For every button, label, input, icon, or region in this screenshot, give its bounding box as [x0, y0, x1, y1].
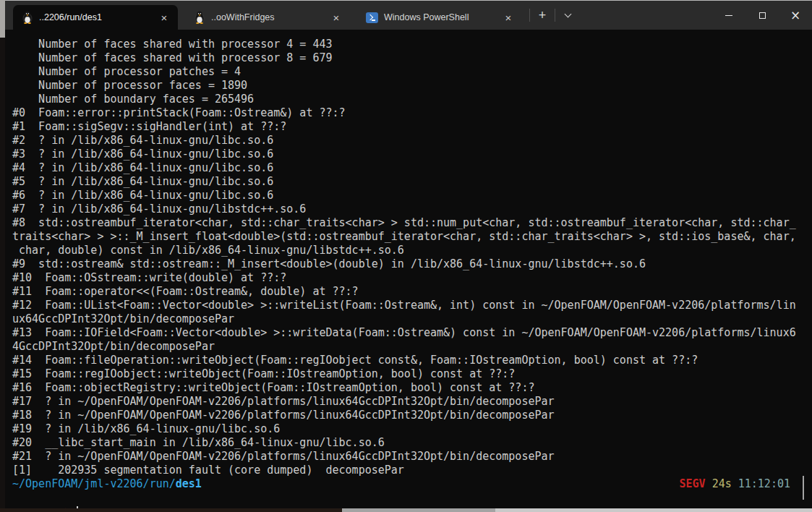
- terminal-output-line: #8 std::ostreambuf_iterator<char, std::c…: [12, 216, 812, 230]
- terminal-output-line: #16 Foam::objectRegistry::writeObject(Fo…: [12, 381, 812, 395]
- tab-title: ..ooWithFridges: [211, 12, 322, 22]
- tab-close-button[interactable]: ×: [156, 9, 172, 25]
- tab-windows-powershell[interactable]: Windows PowerShell ×: [357, 5, 522, 30]
- terminal-output-line: #9 std::ostream& std::ostream::_M_insert…: [12, 257, 812, 271]
- close-button[interactable]: ×: [779, 1, 812, 30]
- terminal-output-line: #7 ? in /lib/x86_64-linux-gnu/libstdc++.…: [12, 202, 812, 216]
- tab-title: Windows PowerShell: [384, 12, 495, 22]
- linux-tux-icon: [22, 11, 33, 24]
- terminal-output: Number of faces shared with processor 4 …: [12, 38, 812, 477]
- window-controls: ×: [712, 1, 812, 30]
- terminal-output-line: Number of processor faces = 1890: [12, 79, 812, 93]
- tab-strip: ..2206/run/des1 × ..ooWithFridges: [5, 1, 580, 30]
- terminal-output-line: #12 Foam::UList<Foam::Vector<double> >::…: [12, 299, 812, 312]
- terminal-output-line: Number of boundary faces = 265496: [12, 93, 812, 106]
- minimize-button[interactable]: [712, 1, 745, 30]
- terminal-output-line: 4GccDPInt32Opt/bin/decomposePar: [12, 340, 812, 354]
- terminal-output-line: ux64GccDPInt32Opt/bin/decomposePar: [12, 312, 812, 326]
- terminal-output-line: #18 ? in ~/OpenFOAM/OpenFOAM-v2206/platf…: [12, 409, 812, 422]
- tab-title: ..2206/run/des1: [39, 12, 150, 22]
- terminal-output-line: #11 Foam::operator<<(Foam::Ostream&, dou…: [12, 285, 812, 299]
- linux-tux-icon: [194, 11, 205, 24]
- tab-close-button[interactable]: ×: [328, 9, 344, 25]
- new-tab-button[interactable]: +: [530, 1, 555, 30]
- terminal-output-line: #20 __libc_start_main in /lib/x86_64-lin…: [12, 436, 812, 450]
- minimize-icon: [725, 15, 732, 16]
- prompt-clock: 11:12:01: [738, 477, 790, 491]
- terminal-output-line: char, double) const in /lib/x86_64-linux…: [12, 244, 812, 257]
- terminal-output-line: #15 Foam::regIOobject::writeObject(Foam:…: [12, 367, 812, 381]
- prompt-duration: 24s: [712, 477, 732, 491]
- terminal-output-line: #4 ? in /lib/x86_64-linux-gnu/libc.so.6: [12, 161, 812, 175]
- maximize-icon: [759, 12, 766, 19]
- tab-dropdown-button[interactable]: [555, 1, 580, 30]
- maximize-button[interactable]: [745, 1, 779, 30]
- tab-wsl-des1[interactable]: ..2206/run/des1 ×: [13, 5, 178, 30]
- terminal-output-line: #21 ? in ~/OpenFOAM/OpenFOAM-v2206/platf…: [12, 450, 812, 464]
- terminal-output-line: #5 ? in /lib/x86_64-linux-gnu/libc.so.6: [12, 175, 812, 189]
- terminal-output-line: #10 Foam::OSstream::write(double) at ??:…: [12, 271, 812, 285]
- desktop-edge-left: [0, 0, 5, 512]
- terminal-viewport[interactable]: Number of faces shared with processor 4 …: [5, 30, 812, 509]
- terminal-output-line: #19 ? in /lib/x86_64-linux-gnu/libc.so.6: [12, 422, 812, 436]
- terminal-output-line: #2 ? in /lib/x86_64-linux-gnu/libc.so.6: [12, 134, 812, 148]
- terminal-output-line: #1 Foam::sigSegv::sigHandler(int) at ??:…: [12, 120, 812, 134]
- terminal-output-line: #3 ? in /lib/x86_64-linux-gnu/libc.so.6: [12, 148, 812, 161]
- terminal-output-line: traits<char> > >::_M_insert_float<double…: [12, 230, 812, 244]
- desktop-edge-bottom: [0, 508, 812, 512]
- terminal-output-line: #17 ? in ~/OpenFOAM/OpenFOAM-v2206/platf…: [12, 395, 812, 409]
- windows-terminal-window: ..2206/run/des1 × ..ooWithFridges: [5, 0, 812, 508]
- terminal-output-line: #14 Foam::fileOperation::writeObject(Foa…: [12, 354, 812, 367]
- terminal-output-line: Number of faces shared with processor 4 …: [12, 38, 812, 51]
- terminal-output-line: #13 Foam::IOField<Foam::Vector<double> >…: [12, 326, 812, 340]
- shell-input-line[interactable]: >: [12, 491, 812, 505]
- terminal-output-line: Number of processor patches = 4: [12, 65, 812, 79]
- terminal-output-line: Number of faces shared with processor 8 …: [12, 51, 812, 65]
- terminal-output-line: [1] 202935 segmentation fault (core dump…: [12, 464, 812, 477]
- chevron-down-icon: [564, 10, 571, 17]
- scrollbar-thumb[interactable]: [803, 476, 804, 500]
- powershell-icon: [366, 12, 378, 23]
- tab-wsl-oowithfridges[interactable]: ..ooWithFridges ×: [185, 5, 350, 30]
- tab-close-button[interactable]: ×: [500, 9, 516, 25]
- prompt-exit-status: SEGV: [680, 477, 706, 491]
- titlebar: ..2206/run/des1 × ..ooWithFridges: [5, 1, 812, 30]
- shell-prompt-line: ~/OpenFOAM/jml-v2206/run/des1 SEGV 24s 1…: [12, 477, 812, 491]
- titlebar-drag-region: [580, 1, 712, 30]
- terminal-output-line: #0 Foam::error::printStack(Foam::Ostream…: [12, 106, 812, 120]
- screen: ..2206/run/des1 × ..ooWithFridges: [0, 0, 812, 512]
- close-icon: ×: [790, 9, 800, 22]
- terminal-output-line: #6 ? in /lib/x86_64-linux-gnu/libc.so.6: [12, 189, 812, 202]
- prompt-cwd: ~/OpenFOAM/jml-v2206/run/des1: [12, 477, 202, 491]
